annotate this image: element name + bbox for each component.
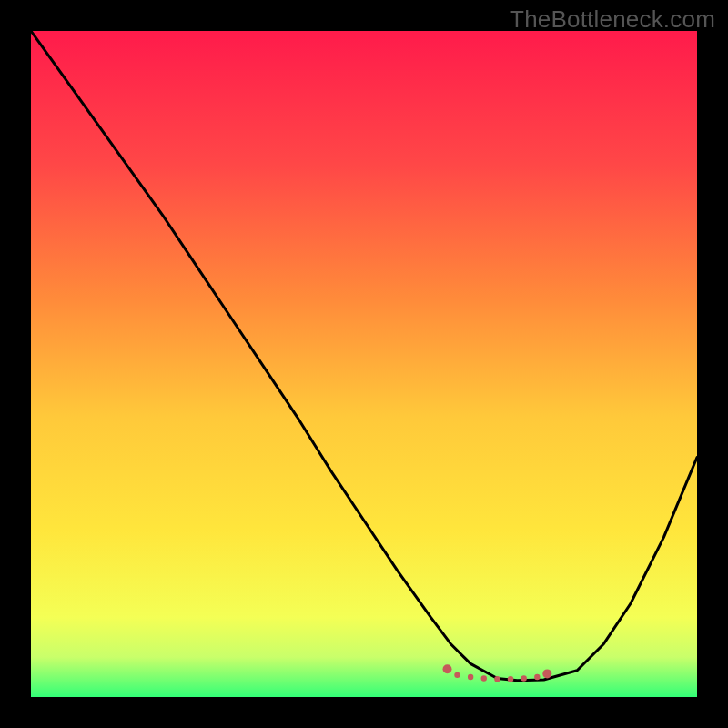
optimal-endpoint	[443, 664, 452, 673]
plot-background	[31, 31, 697, 697]
optimal-dot	[481, 675, 487, 681]
optimal-dot	[494, 676, 500, 682]
optimal-dot	[508, 676, 513, 682]
optimal-dot	[534, 674, 540, 680]
optimal-endpoint	[542, 669, 551, 678]
watermark-text: TheBottleneck.com	[510, 5, 715, 34]
plot-svg	[31, 31, 697, 697]
optimal-dot	[468, 674, 473, 680]
bottleneck-chart-container: TheBottleneck.com	[0, 0, 728, 728]
optimal-dot	[521, 675, 526, 681]
plot-area	[31, 31, 697, 697]
optimal-dot	[454, 672, 460, 678]
